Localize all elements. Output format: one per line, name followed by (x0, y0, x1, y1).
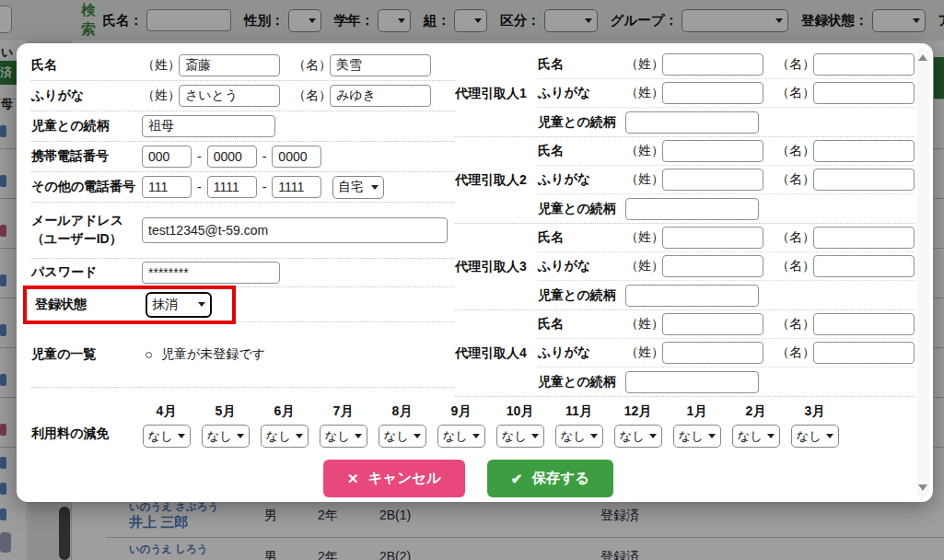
chevron-down-icon (826, 434, 833, 438)
phone-separator: - (197, 149, 202, 164)
month-10-select[interactable]: なし (496, 425, 544, 448)
proxy4-last-name-input[interactable] (662, 313, 763, 335)
phone-type-select[interactable]: 自宅 (332, 176, 384, 199)
proxy2-relation-input[interactable] (625, 198, 759, 220)
sei-label: （姓） (142, 57, 179, 74)
month-column: 9月 なし (437, 403, 485, 448)
mei-label: （名） (776, 316, 813, 332)
relation-input[interactable] (142, 115, 275, 137)
month-4-select[interactable]: なし (143, 425, 191, 448)
email-label: メールアドレス （ユーザーID） (31, 212, 142, 248)
relation-label: 児童との続柄 (31, 118, 142, 134)
other-phone-part3-input[interactable] (272, 176, 321, 198)
sei-label: （姓） (625, 344, 662, 361)
proxy2-last-name-kana-input[interactable] (662, 169, 763, 191)
form-row-email: メールアドレス （ユーザーID） (31, 203, 455, 259)
scroll-up-arrow-icon[interactable] (918, 54, 927, 61)
proxy1-first-name-input[interactable] (813, 53, 915, 76)
proxy-pickup-section: 代理引取人1 氏名 （姓） （名） ふりがな （姓） (455, 51, 915, 397)
save-button[interactable]: ✔ 保存する (487, 460, 613, 497)
other-phone-part1-input[interactable] (142, 176, 192, 198)
proxy1-relation-input[interactable] (625, 111, 759, 134)
form-row-password: パスワード (31, 259, 455, 287)
proxy2-first-name-input[interactable] (813, 140, 915, 162)
proxy-furigana-row: ふりがな （姓） （名） (538, 339, 915, 368)
proxy4-relation-input[interactable] (625, 371, 759, 393)
month-column: 5月 なし (201, 403, 250, 448)
proxy3-last-name-kana-input[interactable] (662, 255, 763, 277)
phone-separator: - (262, 180, 267, 194)
proxy1-last-name-kana-input[interactable] (662, 82, 763, 104)
mobile-phone-part3-input[interactable] (272, 146, 321, 168)
chevron-down-icon (472, 434, 480, 438)
month-8-select[interactable]: なし (379, 425, 426, 448)
month-7-select[interactable]: なし (320, 425, 367, 448)
chevron-down-icon (590, 434, 598, 438)
proxy-furigana-row: ふりがな （姓） （名） (538, 166, 915, 194)
chevron-down-icon (296, 434, 303, 438)
name-label: 氏名 (31, 57, 142, 74)
proxy3-relation-input[interactable] (625, 285, 759, 307)
form-row-children: 児童の一覧 児童が未登録です (31, 322, 455, 388)
proxy2-first-name-kana-input[interactable] (813, 169, 915, 191)
proxy1-first-name-kana-input[interactable] (813, 82, 915, 104)
scroll-down-arrow-icon[interactable] (918, 484, 927, 491)
proxy-group-label: 代理引取人3 (455, 259, 538, 275)
last-name-kana-input[interactable] (179, 85, 280, 107)
other-phone-part2-input[interactable] (207, 176, 257, 198)
chevron-down-icon (371, 185, 379, 190)
proxy1-last-name-input[interactable] (662, 53, 763, 76)
proxy-relation-row: 児童との続柄 (538, 194, 915, 223)
sei-label: （姓） (625, 229, 662, 246)
chevron-down-icon (178, 434, 185, 438)
month-column: 4月 なし (142, 403, 191, 448)
modal-scrollbar[interactable] (917, 48, 929, 497)
registration-status-select[interactable]: 抹消 (146, 292, 212, 318)
first-name-kana-input[interactable] (330, 85, 431, 107)
mobile-phone-part2-input[interactable] (207, 146, 257, 168)
guardian-form: 氏名 （姓） （名） ふりがな （姓） （名） 児童との続柄 (31, 51, 455, 397)
chevron-down-icon (531, 434, 539, 438)
x-icon: ✕ (347, 471, 359, 487)
month-12-select[interactable]: なし (614, 425, 662, 448)
proxy4-first-name-kana-input[interactable] (813, 342, 915, 364)
mei-label: （名） (776, 171, 813, 188)
bullet-circle-icon (146, 352, 152, 358)
proxy3-first-name-input[interactable] (813, 227, 915, 249)
month-2-select[interactable]: なし (732, 425, 780, 448)
proxy-group-1: 代理引取人1 氏名 （姓） （名） ふりがな （姓） (455, 51, 915, 137)
proxy3-first-name-kana-input[interactable] (813, 255, 915, 277)
mobile-phone-part1-input[interactable] (142, 146, 192, 168)
chevron-down-icon (198, 302, 205, 307)
month-column: 12月 なし (613, 403, 662, 448)
month-9-select[interactable]: なし (437, 425, 485, 448)
chevron-down-icon (708, 434, 716, 438)
last-name-input[interactable] (179, 54, 280, 76)
sei-label: （姓） (625, 85, 662, 101)
proxy-name-row: 氏名 （姓） （名） (538, 51, 915, 79)
proxy-name-row: 氏名 （姓） （名） (538, 310, 915, 339)
proxy4-last-name-kana-input[interactable] (662, 342, 763, 364)
chevron-down-icon (237, 434, 244, 438)
month-3-select[interactable]: なし (791, 425, 839, 448)
proxy2-last-name-input[interactable] (662, 140, 763, 162)
form-row-relation: 児童との続柄 (31, 111, 455, 142)
month-6-select[interactable]: なし (261, 425, 309, 448)
form-row-status: 登録状態 抹消 (31, 287, 455, 322)
proxy-group-label: 代理引取人1 (455, 86, 538, 102)
month-1-select[interactable]: なし (673, 425, 721, 448)
form-row-furigana: ふりがな （姓） （名） (31, 81, 455, 111)
first-name-input[interactable] (330, 54, 431, 76)
proxy3-last-name-input[interactable] (662, 227, 763, 249)
proxy-relation-row: 児童との続柄 (538, 281, 915, 309)
screen: 検索 氏名： 性別： 学年： 組： 区分： グループ： 登録状態： アレルギー： (0, 0, 944, 560)
month-11-select[interactable]: なし (555, 425, 603, 448)
proxy4-first-name-input[interactable] (813, 313, 915, 335)
email-input[interactable] (142, 217, 448, 243)
mei-label: （名） (776, 229, 813, 246)
password-input[interactable] (142, 262, 280, 284)
cancel-button[interactable]: ✕ キャンセル (323, 460, 465, 497)
mei-label: （名） (293, 57, 330, 74)
mei-label: （名） (776, 143, 813, 159)
month-5-select[interactable]: なし (202, 425, 250, 448)
